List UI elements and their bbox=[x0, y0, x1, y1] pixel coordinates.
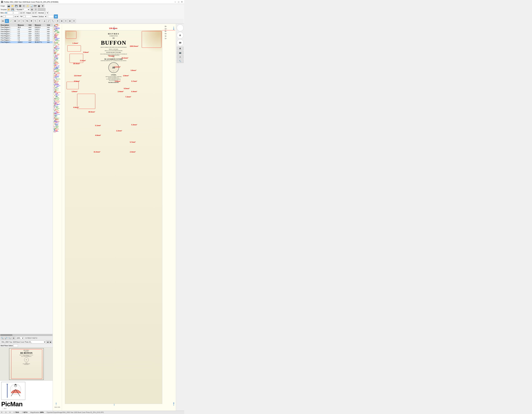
template-load-icon[interactable]: 📂 bbox=[7, 8, 10, 11]
next-file-button[interactable]: ▶ bbox=[49, 341, 52, 343]
alt-input[interactable] bbox=[6, 15, 13, 18]
ts-tool[interactable]: TS. bbox=[25, 19, 29, 23]
nm-tool[interactable]: nm bbox=[1, 19, 5, 23]
gear-icon[interactable]: ⚙ bbox=[30, 8, 34, 11]
zoom-fit-icon[interactable]: ⊞ bbox=[12, 337, 15, 340]
redo-tool[interactable]: ↪ bbox=[21, 19, 25, 23]
active-tool-btn[interactable]: ▦ bbox=[54, 14, 58, 19]
star-tool[interactable]: ✳ bbox=[38, 19, 41, 23]
icon-btn-warning[interactable]: ⚠ bbox=[177, 55, 184, 59]
data-table-container[interactable]: Description Measure Unit Measure Unit Fr… bbox=[0, 24, 53, 334]
tilt-checkbox[interactable] bbox=[23, 15, 25, 18]
edit-icon[interactable]: ✏ bbox=[22, 4, 26, 8]
ref-value2-input[interactable]: 40 bbox=[13, 11, 19, 14]
tilt-input[interactable]: 0.0 bbox=[26, 15, 31, 18]
camera-icon[interactable]: 📷 bbox=[7, 4, 10, 8]
multi-plane-input[interactable]: 1 bbox=[13, 344, 18, 347]
surface-select[interactable]: Surface bbox=[38, 15, 47, 18]
undo-tool[interactable]: ↩ bbox=[17, 19, 21, 23]
scissors-tool[interactable]: ✂ bbox=[64, 19, 68, 23]
table-row[interactable]: Free Region I... 7.2 mm² 2.9/3.3 mm bbox=[0, 39, 53, 41]
line-tool[interactable]: ╱ bbox=[47, 19, 51, 23]
status-x: X 730.0 bbox=[14, 412, 19, 413]
file-select[interactable]: SNU_0583 Year 1928 Book Cover Photo 02_ bbox=[0, 340, 46, 344]
chart-icon[interactable]: 📊 bbox=[30, 4, 33, 8]
text-btn-A[interactable]: A bbox=[177, 47, 184, 50]
erase-tool[interactable]: ⊗ bbox=[68, 19, 72, 23]
cell-desc: Free Region I... bbox=[0, 37, 17, 39]
grid-icon[interactable]: ▦ bbox=[37, 4, 41, 8]
cell-measure2: 3.1/3.1 bbox=[34, 33, 46, 35]
cell-unit2: mm bbox=[46, 41, 53, 43]
ref-unit-select[interactable]: mm bbox=[19, 11, 25, 14]
arrow-top-right: ↓ bbox=[172, 25, 175, 31]
region-measure-label: 5.3mm² bbox=[131, 124, 137, 126]
template-save-icon[interactable]: 💾 bbox=[11, 8, 14, 11]
table-row[interactable]: Free Region I... 5.3 mm² 3.1/3.1 mm bbox=[0, 33, 53, 35]
zoom-out-icon[interactable]: 🔍- bbox=[8, 337, 11, 340]
table-row[interactable]: Free Region I... 5.1 mm² 2.6/2.6 mm bbox=[0, 29, 53, 31]
close-button[interactable]: ✕ bbox=[180, 0, 183, 3]
cursor-tool[interactable]: ↖ bbox=[34, 19, 38, 23]
cell-measure1: 5.1 bbox=[17, 29, 28, 31]
save-icon[interactable]: 💾 bbox=[15, 4, 18, 8]
table-scrollbar[interactable] bbox=[0, 334, 53, 336]
folder-icon[interactable]: 📁 bbox=[11, 4, 14, 8]
toolbar-row-3: Ref.⊙ 182 40 mm Output mm Decimal 1 bbox=[0, 11, 184, 14]
table-row[interactable]: Free Region I... 2.2 mm² 3.1/1.1 mm bbox=[0, 31, 53, 33]
help-icon[interactable]: ? bbox=[34, 8, 38, 11]
down-arrow-icon[interactable]: ▼ bbox=[41, 4, 44, 8]
cell-desc: Free Region I... bbox=[0, 41, 17, 43]
table-row[interactable]: Free Region I... 48.9 mm² 8.8/10.3 mm bbox=[0, 26, 53, 29]
cell-measure1: 5.3 bbox=[17, 33, 28, 35]
brightness-input[interactable]: 255 bbox=[48, 15, 53, 18]
ref-value1-input[interactable]: 182 bbox=[8, 11, 13, 14]
zoom-icon[interactable]: 🔍 bbox=[0, 337, 4, 340]
check-tool[interactable]: ✓ bbox=[9, 19, 13, 23]
table-row[interactable]: Free Region I... 2263.0 mm² 95.8/177.1 m… bbox=[0, 41, 53, 43]
cell-unit1: mm² bbox=[28, 41, 34, 43]
image-label: Image bbox=[0, 5, 7, 7]
template-select[interactable]: ***BLANK*** bbox=[15, 8, 30, 11]
book-area[interactable]: ↓ ↓ ↑ ↑ 126.8mm 188.1mm bbox=[62, 24, 176, 411]
magic-icon[interactable]: ✨ bbox=[26, 4, 29, 8]
cross-tool[interactable]: ✛ bbox=[56, 19, 60, 23]
exp-icon[interactable]: EXP bbox=[34, 4, 37, 8]
status-r: R bbox=[1, 412, 2, 413]
measure-tool[interactable]: Ic bbox=[5, 19, 9, 23]
status-bar: R G B X 730.0 Y 627.0 Magnification 100%… bbox=[0, 411, 184, 414]
app-icon: 🖼 bbox=[1, 1, 3, 3]
move-tool[interactable]: ✥ bbox=[29, 19, 33, 23]
arrow-bottom-left: ↑ bbox=[55, 401, 57, 406]
col-description: Description bbox=[0, 24, 17, 26]
sparkle-tool[interactable]: ✦ bbox=[72, 19, 76, 23]
angle-tool[interactable]: ∠ bbox=[43, 19, 47, 23]
alt-checkbox[interactable] bbox=[3, 15, 5, 18]
prev-file-button[interactable]: ◀ bbox=[46, 341, 49, 343]
transform-tool[interactable]: ⊕ bbox=[60, 19, 64, 23]
icon-btn-tool[interactable]: 🔧 bbox=[177, 59, 184, 63]
book-et-chez: ET CHEZ N. DELANGLE, ÉDITEUR, bbox=[68, 79, 159, 80]
decimal-select[interactable]: 1 bbox=[44, 11, 49, 14]
status-b: B bbox=[10, 412, 10, 413]
line2-tool[interactable]: ╲ bbox=[51, 19, 55, 23]
split-tool[interactable]: ⊞ bbox=[13, 19, 17, 23]
status-g: G bbox=[5, 412, 7, 413]
minimize-button[interactable]: ─ bbox=[174, 0, 177, 3]
icon-btn-camera[interactable]: 📷 bbox=[177, 51, 184, 55]
maximize-button[interactable]: □ bbox=[177, 0, 180, 3]
status-magnification: Magnification 100% bbox=[30, 412, 44, 413]
table-row[interactable]: Free Region I... 2.4 mm² 1.8/2.2 mm bbox=[0, 37, 53, 39]
table-row[interactable]: Free Region I... 8.0 mm² 3.5/4.0 mm bbox=[0, 35, 53, 37]
alt-unit-select[interactable]: nm bbox=[14, 15, 19, 18]
book-chez: CHEZ BAUDOUIN FRÈRES, LIBRAIRES, bbox=[68, 76, 159, 77]
ref-radio[interactable] bbox=[5, 12, 7, 14]
region-measure-label: 5.1mm² bbox=[95, 125, 101, 126]
photo-icon[interactable]: 🖼 bbox=[19, 4, 22, 8]
output-unit-select[interactable]: mm bbox=[31, 11, 37, 14]
cell-measure1: 8.0 bbox=[17, 35, 28, 37]
decimal-label: Decimal bbox=[38, 12, 44, 14]
zoom-select[interactable]: 100% bbox=[16, 337, 24, 339]
thumbnail-image[interactable]: ŒUVRES COMPLÈTES DE BUFFON MISES EN ORDR… bbox=[9, 348, 44, 380]
zoom-in-icon[interactable]: 🔎 bbox=[4, 337, 8, 340]
